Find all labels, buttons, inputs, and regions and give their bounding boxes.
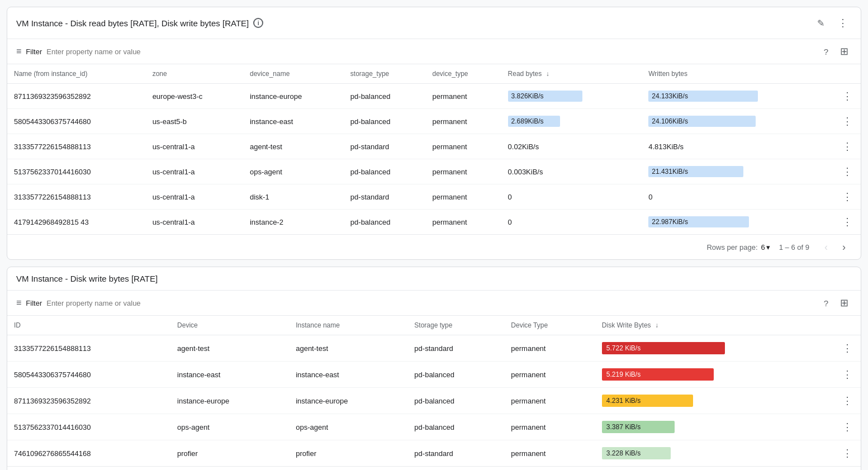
filter-bar-1: ≡ Filter ? ⊞: [7, 39, 861, 64]
table-1: Name (from instance_id) zone device_name…: [7, 64, 861, 234]
sort-icon-write: ↓: [655, 321, 658, 329]
cell-row-more[interactable]: ⋮: [834, 134, 861, 159]
panel-2-title-text: VM Instance - Disk write bytes [RATE]: [16, 274, 158, 283]
filter-input-1[interactable]: [46, 48, 814, 56]
col2-disk-write-bytes[interactable]: Disk Write Bytes ↓: [595, 316, 834, 335]
cell-row-more-2[interactable]: ⋮: [834, 440, 861, 467]
table-row: 8711369323596352892 instance-europe inst…: [7, 388, 861, 414]
panel-1: VM Instance - Disk read bytes [RATE], Di…: [7, 7, 861, 260]
rows-select-1[interactable]: 6 ▾: [761, 243, 770, 251]
rows-per-page-value-1: 6: [761, 243, 765, 251]
cell-row-more[interactable]: ⋮: [834, 84, 861, 109]
cell-row-more-2[interactable]: ⋮: [834, 362, 861, 388]
cell-written-bytes: 4.813KiB/s: [642, 134, 834, 159]
cell-written-bytes: 22.987KiB/s: [642, 210, 834, 235]
row-more-btn[interactable]: ⋮: [841, 89, 854, 103]
info-icon-1[interactable]: i: [253, 18, 263, 28]
panel-1-header: VM Instance - Disk read bytes [RATE], Di…: [7, 7, 861, 39]
cell-device-name: instance-east: [243, 109, 344, 134]
cell-storage-type: pd-standard: [407, 335, 504, 362]
filter-actions-1: ? ⊞: [818, 44, 852, 59]
row-more-btn[interactable]: ⋮: [841, 115, 854, 128]
cell-disk-write-bytes: 3.387 KiB/s: [595, 414, 834, 440]
cell-storage-type: pd-standard: [407, 440, 504, 467]
cell-device-type: permanent: [425, 134, 501, 159]
cell-row-more-2[interactable]: ⋮: [834, 414, 861, 440]
col2-id: ID: [7, 316, 170, 335]
cell-instance-name: instance-east: [289, 362, 407, 388]
cell-storage-type: pd-balanced: [344, 159, 426, 184]
columns-button-2[interactable]: ⊞: [836, 295, 852, 311]
col-written-bytes: Written bytes: [642, 64, 834, 84]
edit-button-1[interactable]: ✎: [812, 14, 829, 32]
pagination-bar-2: Rows per page: 5 ▾ 1 – 5 of 9 ‹ ›: [7, 466, 861, 470]
cell-written-bytes: 24.106KiB/s: [642, 109, 834, 134]
row-more-btn[interactable]: ⋮: [841, 190, 854, 203]
cell-disk-write-bytes: 4.231 KiB/s: [595, 388, 834, 414]
table-row: 5805443306375744680 us-east5-b instance-…: [7, 109, 861, 134]
row-more-btn-2[interactable]: ⋮: [841, 341, 854, 355]
cell-storage-type: pd-balanced: [407, 414, 504, 440]
col-device-name: device_name: [243, 64, 344, 84]
row-more-btn-2[interactable]: ⋮: [841, 394, 854, 407]
table-row: 3133577226154888113 us-central1-a disk-1…: [7, 184, 861, 210]
panel-1-title: VM Instance - Disk read bytes [RATE], Di…: [16, 18, 263, 28]
row-more-btn-2[interactable]: ⋮: [841, 447, 854, 460]
cell-row-more[interactable]: ⋮: [834, 109, 861, 134]
table-2-header: ID Device Instance name Storage type Dev…: [7, 316, 861, 335]
page-info-1: 1 – 6 of 9: [779, 243, 809, 251]
cell-row-more[interactable]: ⋮: [834, 210, 861, 235]
chevron-left-icon-1: ‹: [824, 241, 828, 253]
col2-actions-header: [834, 316, 861, 335]
cell-written-bytes: 24.133KiB/s: [642, 84, 834, 109]
cell-device: profier: [170, 440, 289, 467]
row-more-btn[interactable]: ⋮: [841, 215, 854, 229]
panel-1-actions: ✎ ⋮: [812, 14, 852, 32]
cell-device: agent-test: [170, 335, 289, 362]
cell-zone: us-east5-b: [146, 109, 243, 134]
filter-icon-2: ≡: [16, 298, 21, 308]
more-vert-icon-1: ⋮: [838, 17, 848, 29]
cell-row-more-2[interactable]: ⋮: [834, 388, 861, 414]
cell-storage-type: pd-balanced: [344, 210, 426, 235]
cell-instance-name: instance-europe: [289, 388, 407, 414]
row-more-btn-2[interactable]: ⋮: [841, 420, 854, 434]
help-button-1[interactable]: ?: [818, 44, 834, 59]
cell-device-type: permanent: [504, 388, 595, 414]
row-more-btn-2[interactable]: ⋮: [841, 368, 854, 381]
cell-name: 5137562337014416030: [7, 159, 146, 184]
filter-actions-2: ? ⊞: [818, 295, 852, 311]
help-button-2[interactable]: ?: [818, 295, 834, 311]
prev-page-btn-1[interactable]: ‹: [818, 239, 834, 255]
cell-name: 3133577226154888113: [7, 134, 146, 159]
cell-row-more[interactable]: ⋮: [834, 159, 861, 184]
col-actions-header: [834, 64, 861, 84]
columns-button-1[interactable]: ⊞: [836, 44, 852, 59]
cell-storage-type: pd-standard: [344, 184, 426, 210]
col-storage-type: storage_type: [344, 64, 426, 84]
cell-zone: us-central1-a: [146, 184, 243, 210]
more-button-1[interactable]: ⋮: [834, 14, 852, 32]
cell-storage-type: pd-balanced: [344, 109, 426, 134]
cell-row-more[interactable]: ⋮: [834, 184, 861, 210]
filter-icon-1: ≡: [16, 46, 21, 56]
cell-storage-type: pd-balanced: [344, 84, 426, 109]
row-more-btn[interactable]: ⋮: [841, 165, 854, 178]
cell-name: 8711369323596352892: [7, 84, 146, 109]
cell-device: instance-europe: [170, 388, 289, 414]
cell-read-bytes: 0.003KiB/s: [501, 159, 642, 184]
cell-instance-name: ops-agent: [289, 414, 407, 440]
cell-device-type: permanent: [425, 184, 501, 210]
row-more-btn[interactable]: ⋮: [841, 140, 854, 153]
cell-device-type: permanent: [504, 335, 595, 362]
next-page-btn-1[interactable]: ›: [836, 239, 852, 255]
table-row: 8711369323596352892 europe-west3-c insta…: [7, 84, 861, 109]
columns-icon-1: ⊞: [840, 45, 848, 58]
cell-row-more-2[interactable]: ⋮: [834, 335, 861, 362]
pencil-icon-1: ✎: [817, 18, 824, 29]
filter-input-2[interactable]: [46, 299, 814, 307]
rows-per-page-label-1: Rows per page:: [706, 243, 757, 251]
col-read-bytes[interactable]: Read bytes ↓: [501, 64, 642, 84]
cell-device-type: permanent: [504, 414, 595, 440]
cell-device-name: instance-2: [243, 210, 344, 235]
